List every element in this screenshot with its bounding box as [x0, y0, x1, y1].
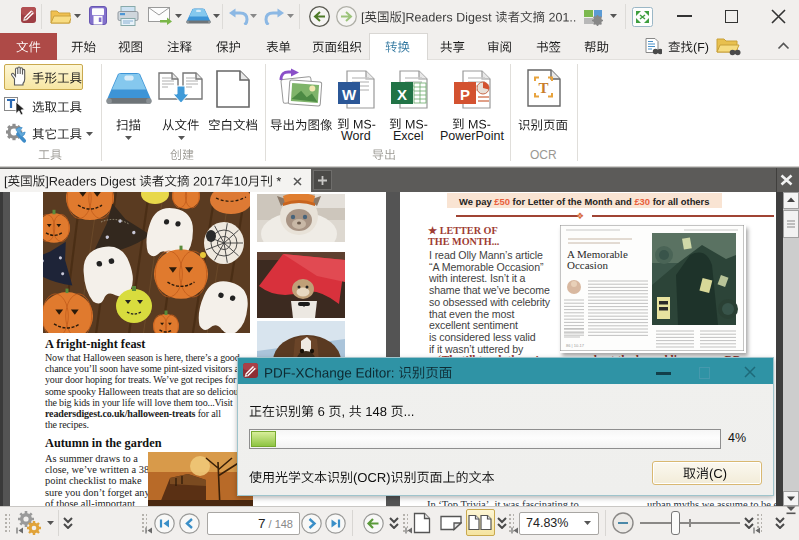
svg-text:86 | 10-17: 86 | 10-17	[566, 343, 585, 348]
svg-text:T: T	[538, 80, 548, 96]
svg-text:P: P	[460, 86, 470, 103]
svg-text:Occasion: Occasion	[567, 259, 608, 271]
svg-text:X: X	[397, 86, 407, 103]
svg-text:W: W	[342, 86, 357, 103]
